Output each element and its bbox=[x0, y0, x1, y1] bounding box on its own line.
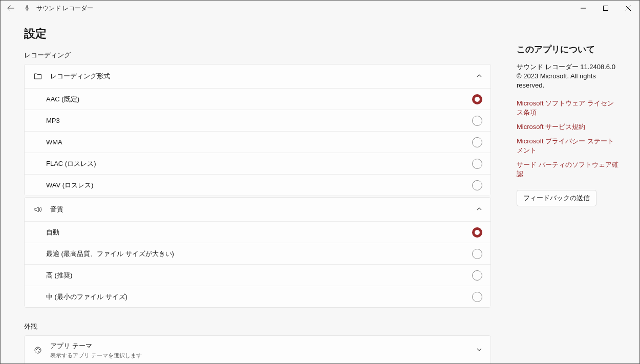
speaker-icon bbox=[33, 205, 43, 213]
quality-header[interactable]: 音質 bbox=[25, 198, 490, 221]
quality-option-auto[interactable]: 自動 bbox=[25, 221, 490, 243]
svg-rect-1 bbox=[604, 6, 608, 11]
theme-label: アプリ テーマ bbox=[50, 341, 476, 351]
minimize-button[interactable] bbox=[572, 1, 594, 16]
minimize-icon bbox=[581, 6, 586, 11]
recording-format-card: レコーディング形式 AAC (既定) MP3 WMA FLAC (ロスレス) bbox=[24, 64, 491, 196]
quality-label: 音質 bbox=[50, 205, 476, 214]
chevron-down-icon bbox=[476, 347, 482, 354]
link-service[interactable]: Microsoft サービス規約 bbox=[517, 122, 620, 132]
maximize-button[interactable] bbox=[594, 1, 617, 16]
radio-icon bbox=[472, 159, 482, 169]
app-title: サウンド レコーダー bbox=[36, 4, 93, 13]
chevron-up-icon bbox=[476, 73, 482, 80]
folder-icon bbox=[33, 72, 43, 80]
close-icon bbox=[626, 6, 631, 11]
radio-icon bbox=[472, 292, 482, 302]
app-icon bbox=[23, 4, 31, 12]
radio-icon bbox=[472, 249, 482, 259]
section-appearance-label: 外観 bbox=[24, 322, 491, 331]
format-option-flac[interactable]: FLAC (ロスレス) bbox=[25, 153, 490, 174]
theme-card: アプリ テーマ 表示するアプリ テーマを選択します bbox=[24, 335, 491, 363]
about-panel: このアプリについて サウンド レコーダー 11.2408.6.0 © 2023 … bbox=[491, 26, 620, 363]
radio-icon bbox=[472, 137, 482, 147]
page-title: 設定 bbox=[24, 26, 491, 41]
recording-format-label: レコーディング形式 bbox=[50, 72, 476, 81]
link-thirdparty[interactable]: サード パーティのソフトウェア確認 bbox=[517, 160, 620, 179]
radio-icon bbox=[472, 116, 482, 126]
radio-icon bbox=[472, 94, 482, 104]
about-title: このアプリについて bbox=[517, 44, 620, 55]
microphone-icon bbox=[24, 5, 31, 12]
theme-sublabel: 表示するアプリ テーマを選択します bbox=[50, 352, 476, 359]
section-recording-label: レコーディング bbox=[24, 51, 491, 60]
arrow-left-icon bbox=[7, 5, 14, 12]
format-option-aac[interactable]: AAC (既定) bbox=[25, 88, 490, 110]
svg-point-3 bbox=[36, 349, 37, 350]
recording-format-header[interactable]: レコーディング形式 bbox=[25, 65, 490, 88]
quality-option-best[interactable]: 最適 (最高品質、ファイル サイズが大きい) bbox=[25, 243, 490, 264]
feedback-button[interactable]: フィードバックの送信 bbox=[517, 190, 596, 206]
radio-icon bbox=[472, 270, 482, 281]
format-option-wma[interactable]: WMA bbox=[25, 131, 490, 153]
link-license[interactable]: Microsoft ソフトウェア ライセンス条項 bbox=[517, 99, 620, 117]
theme-header[interactable]: アプリ テーマ 表示するアプリ テーマを選択します bbox=[25, 336, 490, 363]
quality-card: 音質 自動 最適 (最高品質、ファイル サイズが大きい) 高 (推奨) 中 (最… bbox=[24, 197, 491, 308]
radio-icon bbox=[472, 227, 482, 238]
paint-icon bbox=[33, 346, 43, 354]
maximize-icon bbox=[603, 6, 608, 11]
svg-rect-0 bbox=[26, 5, 28, 9]
about-copyright: © 2023 Microsoft. All rights reserved. bbox=[517, 72, 620, 90]
svg-point-2 bbox=[35, 347, 41, 353]
close-button[interactable] bbox=[617, 1, 639, 16]
link-privacy[interactable]: Microsoft プライバシー ステートメント bbox=[517, 137, 620, 155]
chevron-up-icon bbox=[476, 206, 482, 213]
format-option-mp3[interactable]: MP3 bbox=[25, 110, 490, 131]
format-option-wav[interactable]: WAV (ロスレス) bbox=[25, 174, 490, 196]
svg-point-4 bbox=[37, 348, 38, 349]
radio-icon bbox=[472, 180, 482, 190]
about-version: サウンド レコーダー 11.2408.6.0 bbox=[517, 62, 620, 72]
svg-point-5 bbox=[39, 349, 40, 350]
quality-option-medium[interactable]: 中 (最小のファイル サイズ) bbox=[25, 286, 490, 307]
back-button[interactable] bbox=[5, 2, 17, 14]
titlebar: サウンド レコーダー bbox=[1, 1, 639, 16]
quality-option-high[interactable]: 高 (推奨) bbox=[25, 264, 490, 286]
